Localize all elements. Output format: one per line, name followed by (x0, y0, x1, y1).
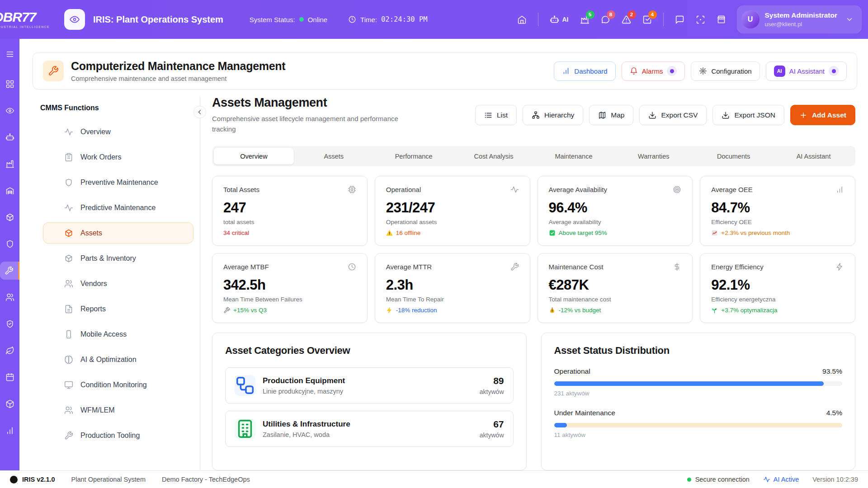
store-button[interactable] (717, 15, 726, 24)
warning-icon (386, 230, 393, 236)
tab-label: Assets (324, 153, 344, 160)
stat-card-status: Above target 95% (549, 230, 682, 236)
configuration-button[interactable]: Configuration (691, 61, 760, 81)
sidebar-item-work-orders[interactable]: Work Orders (43, 146, 193, 168)
rail-item-factory[interactable] (0, 155, 19, 173)
sidebar-item-overview[interactable]: Overview (43, 121, 193, 142)
package-icon (64, 229, 73, 238)
toolbar-button-label: List (497, 111, 508, 119)
rail-item-wrench[interactable] (0, 262, 19, 280)
sidebar-item-label: Mobile Access (80, 330, 127, 338)
sidebar-item-mobile-access[interactable]: Mobile Access (43, 324, 193, 345)
rail-item-warehouse[interactable] (0, 182, 19, 200)
sidebar-item-ai-optimization[interactable]: AI & Optimization (43, 349, 193, 370)
rail-item-layout-grid[interactable] (0, 75, 19, 93)
factory-icon (5, 160, 14, 169)
rail-item-bar-chart[interactable] (0, 422, 19, 440)
alarms-button[interactable]: Alarms (622, 61, 685, 81)
wrench-icon (48, 66, 59, 76)
toolbar-button-export-csv[interactable]: Export CSV (639, 105, 707, 125)
bottom-panels: Asset Categories Overview Production Equ… (212, 333, 855, 470)
tab-ai-assistant[interactable]: AI Assistant (774, 148, 854, 164)
tab-overview[interactable]: Overview (214, 148, 294, 164)
header-divider (663, 13, 664, 26)
header-actions: AI 5 8 2 4 (517, 13, 726, 26)
collapse-panel-button[interactable] (193, 106, 206, 118)
cmms-panel: CMMS Functions Overview Work Orders Prev… (19, 96, 200, 470)
clock-icon (348, 15, 356, 23)
category-item-utilities-infrastructure[interactable]: Utilities & Infrastructure Zasilanie, HV… (225, 411, 514, 447)
toolbar-button-export-json[interactable]: Export JSON (712, 105, 784, 125)
rail-item-menu[interactable] (0, 45, 19, 63)
moneybag-icon (549, 307, 556, 314)
rail-item-users[interactable] (0, 288, 19, 306)
brand-logo-subtitle: INDUSTRIAL INTELLIGENCE (0, 26, 50, 29)
sidebar-item-production-tooling[interactable]: Production Tooling (43, 425, 193, 446)
dollar-icon (673, 263, 681, 271)
status-label: Under Maintenance (554, 409, 615, 417)
comments-button[interactable] (675, 15, 684, 24)
user-menu[interactable]: U System Administrator user@klient.pl (737, 5, 862, 33)
page-header-actions: Dashboard Alarms Configuration AI AI Ass… (554, 61, 847, 81)
bar-chart-icon (562, 67, 570, 75)
stat-card-title: Average MTTR (386, 263, 432, 271)
section-title: Assets Management (212, 96, 407, 110)
rail-item-shield-check[interactable] (0, 315, 19, 333)
sidebar-item-wfm-lem[interactable]: WFM/LEM (43, 399, 193, 421)
alarms-indicator-dot (667, 66, 677, 76)
factory-notifications-button[interactable]: 5 (580, 15, 590, 24)
rail-item-bot[interactable] (0, 128, 19, 146)
stat-card-energy-efficiency: Energy Efficiency 92.1% Efficiency energ… (700, 253, 855, 323)
alerts-button[interactable]: 2 (622, 15, 631, 24)
rail-item-box[interactable] (0, 395, 19, 413)
scan-button[interactable] (696, 15, 705, 24)
messages-button[interactable]: 8 (601, 15, 610, 24)
home-button[interactable] (517, 15, 527, 24)
status-bar: IRIS v2.1.0 Plant Operational System Dem… (0, 470, 868, 488)
sidebar-item-preventive-maintenance[interactable]: Preventive Maintenance (43, 172, 193, 193)
tasks-badge: 4 (648, 10, 657, 19)
rail-item-package[interactable] (0, 208, 19, 226)
rail-item-eye[interactable] (0, 102, 19, 120)
stat-card-average-mtbf: Average MTBF 342.5h Mean Time Between Fa… (212, 253, 368, 323)
stat-card-subtitle: Mean Time Between Failures (223, 296, 356, 303)
tab-documents[interactable]: Documents (693, 148, 774, 164)
rail-item-leaf[interactable] (0, 342, 19, 360)
tab-performance[interactable]: Performance (374, 148, 454, 164)
brain-icon (64, 355, 73, 364)
sidebar-item-predictive-maintenance[interactable]: Predictive Maintenance (43, 197, 193, 218)
category-item-production-equipment[interactable]: Production Equipment Linie produkcyjne, … (225, 367, 514, 404)
footer-factory: Demo Factory - TechEdgeOps (162, 476, 250, 483)
dashboard-button[interactable]: Dashboard (554, 61, 615, 81)
sidebar-item-assets[interactable]: Assets (43, 222, 193, 244)
toolbar-button-list[interactable]: List (475, 105, 517, 125)
toolbar-button-map[interactable]: Map (589, 105, 633, 125)
chevron-down-icon (845, 15, 854, 23)
rail-item-calendar[interactable] (0, 368, 19, 386)
sidebar-item-condition-monitoring[interactable]: Condition Monitoring (43, 374, 193, 395)
stat-card-title: Maintenance Cost (549, 263, 604, 271)
toolbar-button-hierarchy[interactable]: Hierarchy (523, 105, 583, 125)
tab-cost-analysis[interactable]: Cost Analysis (454, 148, 534, 164)
tasks-button[interactable]: 4 (642, 15, 652, 24)
ai-assistant-button[interactable]: AI AI Assistant (766, 61, 847, 81)
tab-maintenance[interactable]: Maintenance (534, 148, 614, 164)
sidebar-item-vendors[interactable]: Vendors (43, 273, 193, 294)
wrench-icon (64, 431, 73, 440)
stat-card-subtitle: total assets (223, 219, 356, 225)
ai-robot-button[interactable]: AI (550, 15, 569, 24)
tab-label: Cost Analysis (474, 153, 514, 160)
footer-version: Version 10:2:39 (812, 476, 858, 483)
sidebar-item-reports[interactable]: Reports (43, 298, 193, 319)
toolbar-button-add-asset[interactable]: Add Asset (790, 105, 855, 125)
rail-item-shield[interactable] (0, 235, 19, 253)
tab-assets[interactable]: Assets (294, 148, 374, 164)
stat-card-title: Average Availability (549, 186, 608, 193)
status-percent: 93.5% (822, 367, 842, 375)
sidebar-item-parts-inventory[interactable]: Parts & Inventory (43, 248, 193, 269)
footer-system: Plant Operational System (71, 476, 146, 483)
tab-warranties[interactable]: Warranties (613, 148, 693, 164)
module-icon-box (43, 61, 64, 81)
zap-bolt-icon (386, 307, 393, 314)
clipboard-icon (64, 153, 73, 162)
